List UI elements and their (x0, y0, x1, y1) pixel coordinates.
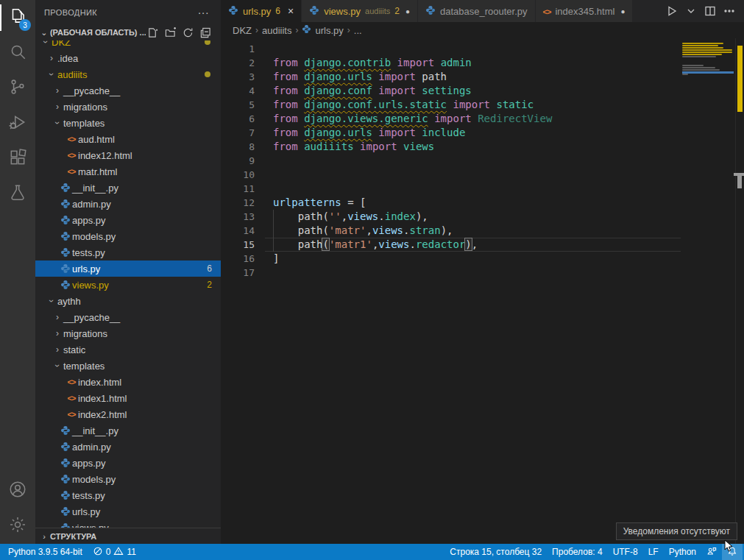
python-file-icon (59, 182, 72, 193)
tree-item-aythh[interactable]: ›aythh (35, 293, 221, 309)
status-cursor-position[interactable]: Строка 15, столбец 32 (444, 544, 547, 560)
tree-item-label: index2.html (78, 409, 127, 420)
more-actions-button[interactable] (723, 5, 735, 17)
tree-item-models.py[interactable]: models.py (35, 471, 221, 487)
breadcrumb[interactable]: DKZ›audiiits›urls.py›... (221, 22, 744, 38)
breadcrumb-item[interactable]: urls.py (315, 25, 343, 36)
tree-item-index1.html[interactable]: <>index1.html (35, 390, 221, 406)
editor-group: urls.py6×views.pyaudiiits2●database_roou… (221, 0, 744, 544)
tab-description: audiiits (365, 7, 390, 15)
tree-item-audiiits[interactable]: ›audiiits (35, 66, 221, 82)
code-editor[interactable]: 1234567891011121314151617 from django.co… (221, 38, 744, 544)
modified-dot (205, 71, 210, 77)
code-line-5: from django.conf.urls.static import stat… (273, 98, 681, 112)
status-feedback[interactable] (701, 544, 722, 560)
tab-urls.py[interactable]: urls.py6× (221, 0, 302, 22)
tree-item-apps.py[interactable]: apps.py (35, 455, 221, 471)
status-encoding[interactable]: UTF-8 (608, 544, 643, 560)
tree-item-templates[interactable]: ›templates (35, 358, 221, 374)
tree-item-urls.py[interactable]: urls.py6 (35, 260, 221, 277)
dirty-indicator[interactable]: ● (620, 7, 625, 15)
activity-bar-account[interactable] (0, 473, 35, 508)
python-file-icon (59, 506, 72, 517)
tree-item-migrations[interactable]: ›migrations (35, 99, 221, 115)
tree-item-__init__.py[interactable]: __init__.py (35, 180, 221, 196)
tree-item-static[interactable]: ›static (35, 341, 221, 358)
breadcrumb-item[interactable]: audiiits (262, 25, 291, 36)
code-line-10 (273, 168, 681, 182)
tree-item-aud.html[interactable]: <>aud.html (35, 131, 221, 147)
status-problems[interactable]: 011 (88, 544, 141, 560)
tab-views.py[interactable]: views.pyaudiiits2● (302, 0, 418, 22)
status-label: Python 3.9.5 64-bit (8, 547, 82, 557)
vscode-window: 3 ПРОВОДНИК ··· ⌄ (РАБОЧАЯ ОБЛАСТЬ) ... … (0, 0, 744, 560)
python-file-icon (59, 280, 72, 290)
tree-item-label: views.py (72, 280, 109, 291)
status-language-mode[interactable]: Python (664, 544, 701, 560)
tree-item-__pycache__[interactable]: ›__pycache__ (35, 82, 221, 99)
tree-item-matr.html[interactable]: <>matr.html (35, 163, 221, 180)
tree-item-models.py[interactable]: models.py (35, 228, 221, 244)
sidebar-more-actions[interactable]: ··· (195, 7, 212, 18)
activity-bar-explorer[interactable]: 3 (0, 0, 35, 35)
tab-index345.html[interactable]: <>index345.html● (536, 0, 634, 22)
activity-bar-testing[interactable] (0, 177, 35, 212)
refresh-icon[interactable] (181, 26, 194, 39)
tree-item-tests.py[interactable]: tests.py (35, 244, 221, 260)
status-label: Пробелов: 4 (552, 547, 603, 557)
run-dropdown[interactable] (685, 5, 697, 17)
tree-item-tests.py[interactable]: tests.py (35, 487, 221, 503)
code-line-15: path('matr1',views.redactor), (273, 238, 681, 252)
tree-item-migrations[interactable]: ›migrations (35, 325, 221, 341)
line-numbers-gutter: 1234567891011121314151617 (221, 42, 255, 280)
python-file-icon (59, 425, 72, 436)
tree-item-index2.html[interactable]: <>index2.html (35, 406, 221, 422)
new-file-icon[interactable] (146, 26, 159, 39)
tab-database_roouter.py[interactable]: database_roouter.py (418, 0, 536, 22)
workspace-section-header[interactable]: ⌄ (РАБОЧАЯ ОБЛАСТЬ) ... (35, 24, 221, 40)
tree-item-admin.py[interactable]: admin.py (35, 439, 221, 455)
tree-item-admin.py[interactable]: admin.py (35, 196, 221, 212)
tree-item-label: tests.py (72, 247, 105, 258)
tree-item-apps.py[interactable]: apps.py (35, 212, 221, 228)
tree-item-index.html[interactable]: <>index.html (35, 374, 221, 390)
activity-bar-search[interactable] (0, 35, 35, 71)
collapse-all-icon[interactable] (199, 26, 212, 39)
status-python-interpreter[interactable]: Python 3.9.5 64-bit (3, 544, 88, 560)
tree-item-.idea[interactable]: ›.idea (35, 50, 221, 66)
tree-item-templates[interactable]: ›templates (35, 115, 221, 131)
run-button[interactable] (666, 5, 678, 17)
python-file-icon (309, 5, 319, 18)
python-file-icon (59, 490, 72, 500)
badge: 3 (19, 19, 31, 31)
code-line-1 (273, 42, 681, 56)
dirty-indicator[interactable]: ● (405, 7, 410, 15)
status-indentation[interactable]: Пробелов: 4 (547, 544, 608, 560)
problems-badge: 6 (207, 263, 212, 274)
tree-item-index12.html[interactable]: <>index12.html (35, 147, 221, 163)
tree-item-__pycache__[interactable]: ›__pycache__ (35, 309, 221, 325)
line-number: 7 (221, 126, 255, 140)
tree-item-urls.py[interactable]: urls.py (35, 503, 221, 520)
breadcrumb-item[interactable]: DKZ (233, 25, 252, 36)
minimap[interactable] (682, 40, 734, 78)
code-line-6: from django.views.generic import Redirec… (273, 112, 681, 126)
code-line-9 (273, 154, 681, 168)
html-file-icon: <> (65, 394, 78, 403)
html-file-icon: <> (543, 6, 551, 17)
status-eol[interactable]: LF (643, 544, 664, 560)
outline-section-header[interactable]: › СТРУКТУРА (35, 528, 221, 544)
activity-bar-extensions[interactable] (0, 141, 35, 177)
activity-bar-settings[interactable] (0, 508, 35, 544)
split-editor-button[interactable] (704, 5, 716, 17)
python-file-icon (59, 247, 72, 258)
activity-bar-source-control[interactable] (0, 71, 35, 106)
breadcrumb-item[interactable]: ... (354, 25, 362, 36)
new-folder-icon[interactable] (163, 26, 177, 39)
tree-item-__init__.py[interactable]: __init__.py (35, 422, 221, 439)
tree-item-views.py[interactable]: views.py2 (35, 277, 221, 293)
activity-bar: 3 (0, 0, 35, 544)
close-icon[interactable]: × (288, 5, 294, 17)
activity-bar-run-debug[interactable] (0, 106, 35, 141)
chevron-down-icon: › (52, 360, 63, 372)
